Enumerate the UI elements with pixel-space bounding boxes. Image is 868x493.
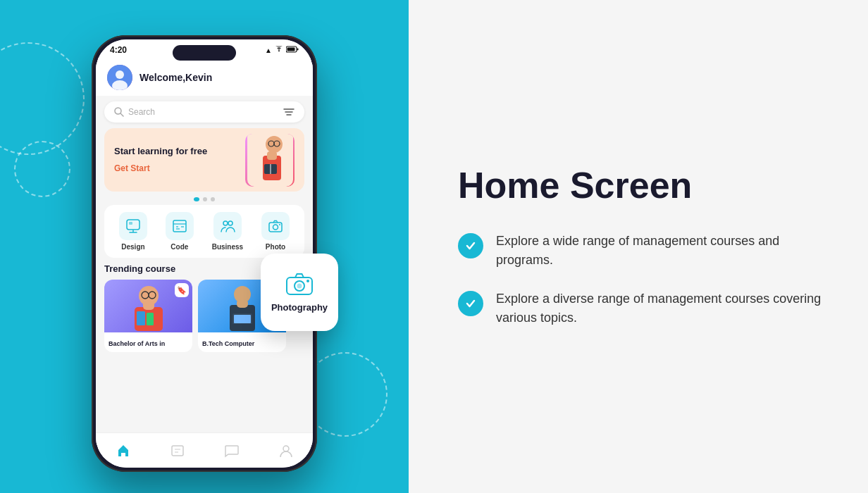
search-placeholder: Search [128,107,155,117]
code-icon [166,212,194,240]
feature-text-2: Explore a diverse range of management co… [496,289,826,327]
banner-person-svg [247,134,293,187]
battery-icon [286,46,299,54]
course-person-1 [128,282,170,331]
svg-point-55 [306,280,309,282]
section-title: Home Screen [458,166,826,206]
category-photography-small[interactable]: Photo [261,212,290,251]
check-icon-2 [458,291,483,316]
app-header: Welcome,Kevin [96,58,313,96]
left-panel: 4:20 ▲ [0,0,409,493]
code-label: Code [170,243,188,251]
trending-title: Trending course [104,263,175,274]
signal-icon: ▲ [265,46,272,54]
svg-rect-24 [173,220,186,232]
svg-point-54 [297,284,302,289]
feature-list: Explore a wide range of management cours… [458,232,826,327]
svg-point-4 [116,70,124,79]
svg-rect-14 [267,151,277,160]
svg-point-32 [273,225,278,230]
feature-text-1: Explore a wide range of management cours… [496,232,826,270]
course-info-2: B.Tech Computer [198,332,286,352]
nav-courses[interactable] [170,444,185,458]
nav-home[interactable] [116,444,130,458]
svg-rect-47 [230,324,255,326]
category-business[interactable]: Business [212,212,243,251]
status-icons: ▲ [265,46,299,54]
bottom-nav [96,432,313,468]
svg-rect-20 [127,220,140,230]
dot-2 [203,197,207,201]
photography-icon-small [261,212,290,240]
photography-popup: Photography [261,254,338,331]
svg-point-33 [279,224,280,225]
course-name-1: Bachelor of Arts in [108,340,165,347]
right-panel: Home Screen Explore a wide range of mana… [409,0,868,493]
nav-messages[interactable] [225,444,239,458]
dot-3 [211,197,215,201]
svg-line-7 [120,113,123,116]
nav-profile[interactable] [279,444,293,458]
wifi-icon [275,46,283,54]
avatar [107,65,132,90]
deco-circle-1 [0,42,85,155]
dynamic-island [173,45,236,61]
bookmark-1: 🔖 [175,283,189,297]
design-icon [119,212,147,240]
category-design[interactable]: Design [119,212,147,251]
course-info-1: Bachelor of Arts in [104,332,192,352]
banner-area: Start learning for free Get Start [96,128,313,192]
search-icon [114,107,124,117]
svg-rect-44 [237,299,248,308]
deco-circle-3 [14,141,70,197]
business-icon [213,212,242,240]
photography-popup-icon [285,272,314,297]
status-time: 4:20 [110,45,127,55]
svg-rect-23 [129,222,132,225]
svg-rect-40 [137,311,145,325]
svg-rect-36 [143,300,154,310]
business-label: Business [212,243,243,251]
get-start-link[interactable]: Get Start [114,163,150,173]
course-card-1[interactable]: 🔖 Bachelor of Arts in [104,280,192,352]
svg-rect-48 [172,446,183,456]
dot-1 [194,197,199,201]
banner-text: Start learning for free Get Start [114,146,207,175]
phone-mockup: 4:20 ▲ [92,35,317,472]
photography-popup-label: Photography [271,302,328,313]
welcome-text: Welcome,Kevin [140,72,212,83]
svg-point-29 [223,221,228,225]
banner-person [245,134,294,187]
feature-item-1: Explore a wide range of management cours… [458,232,826,270]
search-bar[interactable]: Search [104,101,304,123]
feature-item-2: Explore a diverse range of management co… [458,289,826,327]
svg-rect-31 [269,223,282,232]
check-icon-1 [458,233,483,258]
course-thumb-1: 🔖 [104,280,192,332]
filter-icon [283,107,294,117]
search-left: Search [114,107,155,117]
banner-card: Start learning for free Get Start [104,128,304,192]
category-code[interactable]: Code [166,212,194,251]
svg-rect-46 [234,315,251,323]
course-person-2 [221,282,264,331]
svg-point-51 [283,446,289,451]
categories: Design [104,205,304,258]
svg-rect-1 [297,49,299,51]
svg-point-30 [228,221,232,225]
design-label: Design [121,243,144,251]
svg-rect-2 [287,48,295,51]
course-name-2: B.Tech Computer [202,340,254,347]
photography-label-small: Photo [266,243,285,251]
banner-title: Start learning for free [114,146,207,158]
svg-rect-41 [147,313,154,325]
carousel-dots [96,197,313,201]
